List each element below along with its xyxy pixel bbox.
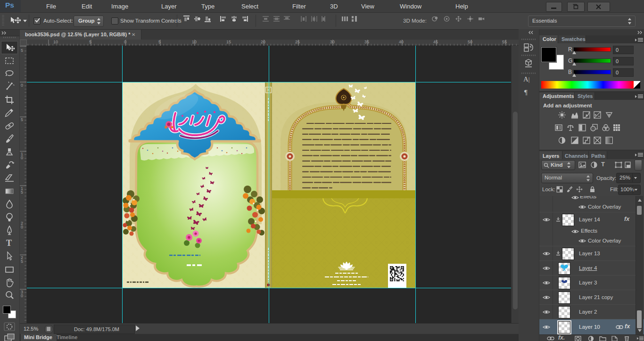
svg-text:T: T [6,238,12,248]
